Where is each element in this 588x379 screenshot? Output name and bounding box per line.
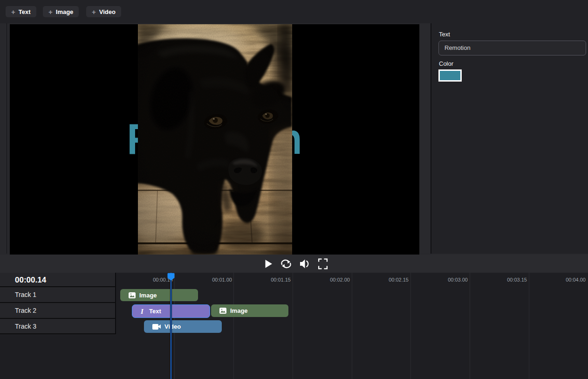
svg-text:I: I (140, 308, 144, 315)
